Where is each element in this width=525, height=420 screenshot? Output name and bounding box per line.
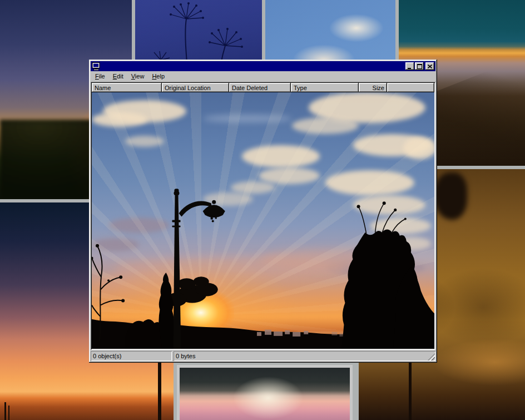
maximize-icon[interactable] <box>415 62 424 70</box>
close-icon[interactable] <box>425 62 434 70</box>
total-size-text: 0 bytes <box>176 353 195 359</box>
wooden-pole <box>409 360 412 420</box>
wallpaper-photo-water-reflection <box>177 365 353 420</box>
recycle-bin-window: File Edit View Help Name Original Locati… <box>89 60 437 363</box>
column-header-size[interactable]: Size <box>359 83 387 92</box>
column-header-name[interactable]: Name <box>92 83 162 92</box>
photo-silhouettes <box>92 92 434 349</box>
file-list-area[interactable]: Name Original Location Date Deleted Type… <box>91 82 435 350</box>
streetlamp-silhouette <box>172 189 225 349</box>
minimize-icon[interactable] <box>405 62 414 70</box>
column-header-row: Name Original Location Date Deleted Type… <box>92 83 434 92</box>
sunset-lamp-photo <box>92 92 434 349</box>
status-object-count: 0 object(s) <box>91 351 172 361</box>
wooden-pole <box>8 406 9 420</box>
column-header-type[interactable]: Type <box>291 83 359 92</box>
menu-edit[interactable]: Edit <box>109 72 127 81</box>
status-total-size: 0 bytes <box>174 351 435 361</box>
cypress-tree-silhouette <box>159 273 174 349</box>
menu-file[interactable]: File <box>91 72 109 81</box>
wispy-branches <box>359 203 405 233</box>
object-count-text: 0 object(s) <box>93 353 121 359</box>
menu-view[interactable]: View <box>127 72 148 81</box>
column-header-date-deleted[interactable]: Date Deleted <box>229 83 291 92</box>
status-bar: 0 object(s) 0 bytes <box>91 351 435 361</box>
left-tree-leaves <box>92 244 125 303</box>
column-header-filler[interactable] <box>387 83 434 92</box>
menu-bar: File Edit View Help <box>91 71 435 82</box>
wispy-branch-tips <box>357 201 407 220</box>
wooden-pole <box>4 402 6 420</box>
computer-icon <box>92 62 101 71</box>
menu-help[interactable]: Help <box>148 72 169 81</box>
tree-silhouette <box>434 172 467 220</box>
column-header-original-location[interactable]: Original Location <box>162 83 229 92</box>
title-bar[interactable] <box>91 61 435 71</box>
